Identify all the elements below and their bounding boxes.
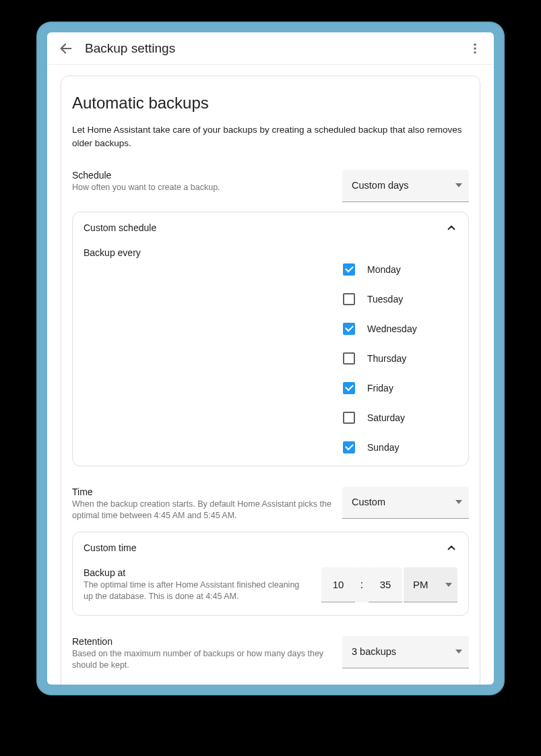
custom-time-toggle[interactable]: Custom time <box>84 542 457 554</box>
dots-vertical-icon <box>468 42 482 55</box>
custom-schedule-card: Custom schedule Backup every MondayTuesd… <box>72 212 469 466</box>
time-label: Time <box>72 486 331 497</box>
retention-row: Retention Based on the maximum number of… <box>72 636 469 672</box>
day-checkbox-monday[interactable]: Monday <box>343 263 457 276</box>
checkbox-icon <box>343 323 355 335</box>
top-app-bar: Backup settings <box>47 32 494 65</box>
day-label: Monday <box>367 264 401 275</box>
screen: Backup settings Automatic backups Let Ho… <box>47 32 494 685</box>
ampm-value: PM <box>413 579 428 590</box>
schedule-label: Schedule <box>72 170 331 181</box>
checkbox-icon <box>343 412 355 424</box>
custom-time-title: Custom time <box>84 542 137 553</box>
custom-schedule-title: Custom schedule <box>84 222 156 233</box>
time-picker: 10 : 35 PM <box>321 567 457 602</box>
svg-point-2 <box>474 47 476 49</box>
section-heading: Automatic backups <box>72 94 469 113</box>
svg-point-1 <box>474 43 476 45</box>
checkbox-icon <box>343 263 355 276</box>
device-frame: Backup settings Automatic backups Let Ho… <box>36 22 505 695</box>
section-intro: Let Home Assistant take care of your bac… <box>72 123 469 151</box>
time-colon: : <box>355 567 369 602</box>
day-checkbox-wednesday[interactable]: Wednesday <box>343 323 457 335</box>
schedule-select[interactable]: Custom days <box>342 170 469 202</box>
hour-input[interactable]: 10 <box>321 567 355 602</box>
chevron-up-icon <box>445 542 457 554</box>
day-label: Friday <box>367 383 393 393</box>
day-label: Saturday <box>367 412 405 423</box>
day-checkbox-saturday[interactable]: Saturday <box>343 412 457 424</box>
backup-at-help: The optimal time is after Home Assistant… <box>84 579 311 603</box>
schedule-row: Schedule How often you want to create a … <box>72 170 469 202</box>
day-label: Sunday <box>367 442 399 453</box>
caret-down-icon <box>455 500 462 504</box>
schedule-help: How often you want to create a backup. <box>72 182 331 194</box>
day-label: Thursday <box>367 353 406 364</box>
days-list: MondayTuesdayWednesdayThursdayFridaySatu… <box>84 263 457 453</box>
day-label: Tuesday <box>367 294 403 305</box>
retention-select[interactable]: 3 backups <box>342 636 469 668</box>
back-button[interactable] <box>53 35 79 62</box>
arrow-left-icon <box>59 41 73 56</box>
backup-at-label: Backup at <box>84 567 311 578</box>
custom-schedule-toggle[interactable]: Custom schedule <box>84 222 457 234</box>
caret-down-icon <box>455 183 462 187</box>
caret-down-icon <box>445 583 452 587</box>
backup-every-label: Backup every <box>84 247 457 258</box>
content-scroll[interactable]: Automatic backups Let Home Assistant tak… <box>47 65 494 685</box>
page-title: Backup settings <box>85 41 175 56</box>
retention-help: Based on the maximum number of backups o… <box>72 648 331 672</box>
svg-point-3 <box>474 51 476 53</box>
ampm-select[interactable]: PM <box>404 567 457 602</box>
checkbox-icon <box>343 441 355 453</box>
overflow-menu-button[interactable] <box>462 35 488 62</box>
checkbox-icon <box>343 382 355 394</box>
checkbox-icon <box>343 352 355 365</box>
caret-down-icon <box>455 650 462 654</box>
custom-time-card: Custom time Backup at The optimal time i… <box>72 532 469 616</box>
day-checkbox-sunday[interactable]: Sunday <box>343 441 457 453</box>
day-checkbox-friday[interactable]: Friday <box>343 382 457 394</box>
chevron-up-icon <box>445 222 457 234</box>
checkbox-icon <box>343 293 355 305</box>
schedule-select-value: Custom days <box>352 180 409 191</box>
main-card: Automatic backups Let Home Assistant tak… <box>61 75 480 685</box>
retention-select-value: 3 backups <box>352 646 396 657</box>
time-row: Time When the backup creation starts. By… <box>72 486 469 522</box>
day-label: Wednesday <box>367 323 417 334</box>
retention-label: Retention <box>72 636 331 647</box>
time-select[interactable]: Custom <box>342 486 469 519</box>
minute-input[interactable]: 35 <box>369 567 402 602</box>
day-checkbox-thursday[interactable]: Thursday <box>343 352 457 365</box>
time-help: When the backup creation starts. By defa… <box>72 499 331 522</box>
day-checkbox-tuesday[interactable]: Tuesday <box>343 293 457 305</box>
time-select-value: Custom <box>352 497 385 507</box>
